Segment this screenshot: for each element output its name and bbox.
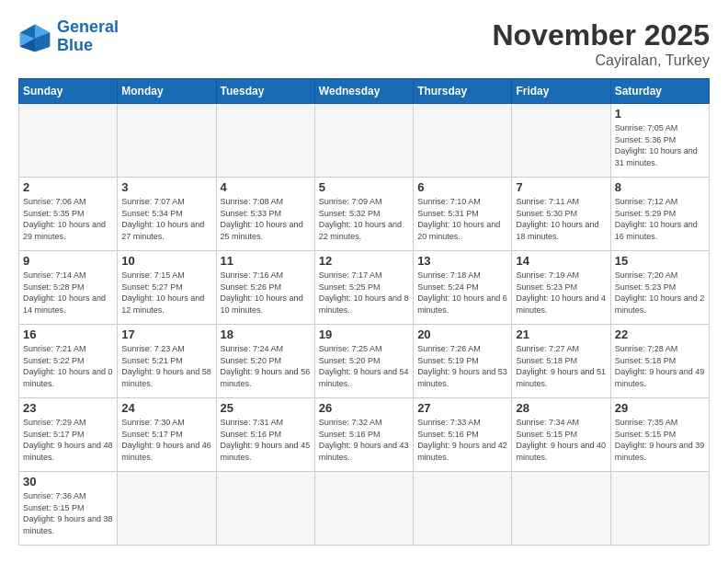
empty-cell — [118, 472, 216, 546]
day-21: 21 Sunrise: 7:27 AMSunset: 5:18 PMDaylig… — [512, 325, 610, 398]
day-5: 5 Sunrise: 7:09 AMSunset: 5:32 PMDayligh… — [314, 178, 413, 251]
week-row-2: 2 Sunrise: 7:06 AMSunset: 5:35 PMDayligh… — [19, 178, 710, 251]
day-12: 12 Sunrise: 7:17 AMSunset: 5:25 PMDaylig… — [314, 251, 413, 325]
week-row-4: 16 Sunrise: 7:21 AMSunset: 5:22 PMDaylig… — [19, 325, 710, 398]
logo: General Blue — [18, 18, 119, 55]
logo-blue: Blue — [57, 36, 93, 54]
day-29: 29 Sunrise: 7:35 AMSunset: 5:15 PMDaylig… — [610, 398, 709, 472]
logo-text: General Blue — [57, 18, 119, 55]
header-wednesday: Wednesday — [314, 79, 413, 104]
empty-cell — [414, 104, 512, 178]
day-9: 9 Sunrise: 7:14 AMSunset: 5:28 PMDayligh… — [19, 251, 118, 325]
empty-cell — [512, 472, 610, 546]
page-header: General Blue November 2025 Cayiralan, Tu… — [18, 18, 710, 69]
empty-cell — [512, 104, 610, 178]
empty-cell — [118, 104, 216, 178]
week-row-6: 30 Sunrise: 7:36 AMSunset: 5:15 PMDaylig… — [19, 472, 710, 546]
day-10: 10 Sunrise: 7:15 AMSunset: 5:27 PMDaylig… — [118, 251, 216, 325]
weekday-header-row: Sunday Monday Tuesday Wednesday Thursday… — [19, 79, 710, 104]
header-thursday: Thursday — [414, 79, 512, 104]
day-17: 17 Sunrise: 7:23 AMSunset: 5:21 PMDaylig… — [118, 325, 216, 398]
empty-cell — [216, 472, 314, 546]
day-14: 14 Sunrise: 7:19 AMSunset: 5:23 PMDaylig… — [512, 251, 610, 325]
day-3: 3 Sunrise: 7:07 AMSunset: 5:34 PMDayligh… — [118, 178, 216, 251]
day-15: 15 Sunrise: 7:20 AMSunset: 5:23 PMDaylig… — [610, 251, 709, 325]
day-18: 18 Sunrise: 7:24 AMSunset: 5:20 PMDaylig… — [216, 325, 314, 398]
day-27: 27 Sunrise: 7:33 AMSunset: 5:16 PMDaylig… — [414, 398, 512, 472]
calendar: Sunday Monday Tuesday Wednesday Thursday… — [18, 78, 710, 546]
day-30: 30 Sunrise: 7:36 AMSunset: 5:15 PMDaylig… — [19, 472, 118, 546]
month-title: November 2025 — [492, 18, 710, 52]
day-8: 8 Sunrise: 7:12 AMSunset: 5:29 PMDayligh… — [610, 178, 709, 251]
day-16: 16 Sunrise: 7:21 AMSunset: 5:22 PMDaylig… — [19, 325, 118, 398]
header-saturday: Saturday — [610, 79, 709, 104]
week-row-3: 9 Sunrise: 7:14 AMSunset: 5:28 PMDayligh… — [19, 251, 710, 325]
day-24: 24 Sunrise: 7:30 AMSunset: 5:17 PMDaylig… — [118, 398, 216, 472]
empty-cell — [314, 472, 413, 546]
day-6: 6 Sunrise: 7:10 AMSunset: 5:31 PMDayligh… — [414, 178, 512, 251]
header-friday: Friday — [512, 79, 610, 104]
day-22: 22 Sunrise: 7:28 AMSunset: 5:18 PMDaylig… — [610, 325, 709, 398]
title-block: November 2025 Cayiralan, Turkey — [492, 18, 710, 69]
week-row-1: 1 Sunrise: 7:05 AM Sunset: 5:36 PM Dayli… — [19, 104, 710, 178]
day-13: 13 Sunrise: 7:18 AMSunset: 5:24 PMDaylig… — [414, 251, 512, 325]
logo-icon — [18, 20, 51, 53]
header-monday: Monday — [118, 79, 216, 104]
day-25: 25 Sunrise: 7:31 AMSunset: 5:16 PMDaylig… — [216, 398, 314, 472]
empty-cell — [19, 104, 118, 178]
day-26: 26 Sunrise: 7:32 AMSunset: 5:16 PMDaylig… — [314, 398, 413, 472]
header-sunday: Sunday — [19, 79, 118, 104]
day-11: 11 Sunrise: 7:16 AMSunset: 5:26 PMDaylig… — [216, 251, 314, 325]
week-row-5: 23 Sunrise: 7:29 AMSunset: 5:17 PMDaylig… — [19, 398, 710, 472]
location: Cayiralan, Turkey — [492, 52, 710, 69]
empty-cell — [314, 104, 413, 178]
header-tuesday: Tuesday — [216, 79, 314, 104]
day-19: 19 Sunrise: 7:25 AMSunset: 5:20 PMDaylig… — [314, 325, 413, 398]
day-4: 4 Sunrise: 7:08 AMSunset: 5:33 PMDayligh… — [216, 178, 314, 251]
day-28: 28 Sunrise: 7:34 AMSunset: 5:15 PMDaylig… — [512, 398, 610, 472]
day-7: 7 Sunrise: 7:11 AMSunset: 5:30 PMDayligh… — [512, 178, 610, 251]
day-23: 23 Sunrise: 7:29 AMSunset: 5:17 PMDaylig… — [19, 398, 118, 472]
empty-cell — [216, 104, 314, 178]
day-1: 1 Sunrise: 7:05 AM Sunset: 5:36 PM Dayli… — [610, 104, 709, 178]
logo-general: General — [57, 17, 119, 36]
empty-cell — [414, 472, 512, 546]
day-20: 20 Sunrise: 7:26 AMSunset: 5:19 PMDaylig… — [414, 325, 512, 398]
day-2: 2 Sunrise: 7:06 AMSunset: 5:35 PMDayligh… — [19, 178, 118, 251]
empty-cell — [610, 472, 709, 546]
